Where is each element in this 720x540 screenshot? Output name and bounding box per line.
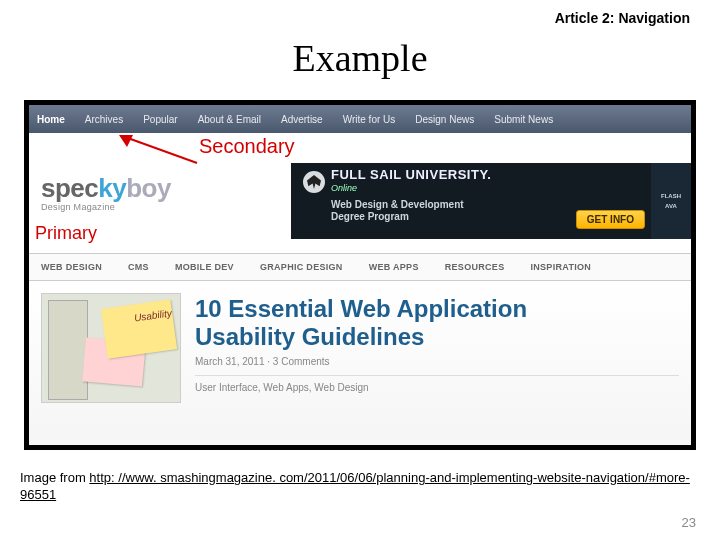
logo-part: boy xyxy=(126,173,171,203)
slide-header: Article 2: Navigation xyxy=(555,10,690,26)
secondary-nav-item[interactable]: Archives xyxy=(85,114,123,125)
secondary-nav-item[interactable]: Design News xyxy=(415,114,474,125)
svg-line-0 xyxy=(125,137,197,163)
compass-icon xyxy=(303,171,325,193)
primary-nav-bar: WEB DESIGN CMS MOBILE DEV GRAPHIC DESIGN… xyxy=(29,253,691,281)
article-metadata: March 31, 2011 · 3 Comments xyxy=(195,356,679,367)
secondary-nav-item[interactable]: About & Email xyxy=(198,114,261,125)
primary-nav-item[interactable]: GRAPHIC DESIGN xyxy=(260,262,343,272)
banner-description: Web Design & DevelopmentDegree Program xyxy=(331,199,464,223)
secondary-nav-item[interactable]: Advertise xyxy=(281,114,323,125)
banner-side-labels: FLASH AVA xyxy=(651,163,691,239)
arrow-secondary-icon xyxy=(119,135,199,165)
article-preview: Usability 10 Essential Web ApplicationUs… xyxy=(29,281,691,450)
secondary-nav-item[interactable]: Submit News xyxy=(494,114,553,125)
site-logo[interactable]: speckyboy Design Magazine xyxy=(41,173,231,212)
banner-subtitle: Online xyxy=(331,183,357,193)
annotation-secondary-label: Secondary xyxy=(199,135,295,158)
primary-nav-item[interactable]: CMS xyxy=(128,262,149,272)
source-link[interactable]: http: //www. smashingmagazine. com/2011/… xyxy=(20,470,690,502)
article-title[interactable]: 10 Essential Web ApplicationUsability Gu… xyxy=(195,295,679,350)
secondary-nav-item[interactable]: Home xyxy=(37,114,65,125)
article-thumbnail[interactable]: Usability xyxy=(41,293,181,403)
secondary-nav-item[interactable]: Popular xyxy=(143,114,177,125)
logo-part: spec xyxy=(41,173,98,203)
primary-nav-item[interactable]: INSPIRATION xyxy=(530,262,591,272)
ad-banner[interactable]: FULL SAIL UNIVERSITY. Online Web Design … xyxy=(291,163,691,239)
logo-part: ky xyxy=(98,173,126,203)
banner-title: FULL SAIL UNIVERSITY. xyxy=(331,167,491,182)
annotation-primary-label: Primary xyxy=(35,223,97,244)
get-info-button[interactable]: GET INFO xyxy=(576,210,645,229)
example-screenshot: Home Archives Popular About & Email Adve… xyxy=(24,100,696,450)
secondary-nav-item[interactable]: Write for Us xyxy=(343,114,396,125)
primary-nav-item[interactable]: RESOURCES xyxy=(445,262,505,272)
primary-nav-item[interactable]: MOBILE DEV xyxy=(175,262,234,272)
svg-marker-1 xyxy=(119,135,133,147)
primary-nav-item[interactable]: WEB DESIGN xyxy=(41,262,102,272)
header-zone: Secondary speckyboy Design Magazine FULL… xyxy=(29,133,691,253)
secondary-nav-bar: Home Archives Popular About & Email Adve… xyxy=(29,105,691,133)
page-number: 23 xyxy=(682,515,696,530)
image-source-caption: Image from http: //www. smashingmagazine… xyxy=(20,470,700,504)
slide-title: Example xyxy=(0,36,720,80)
article-tags: User Interface, Web Apps, Web Design xyxy=(195,382,679,393)
comments-link[interactable]: 3 Comments xyxy=(273,356,330,367)
primary-nav-item[interactable]: WEB APPS xyxy=(369,262,419,272)
